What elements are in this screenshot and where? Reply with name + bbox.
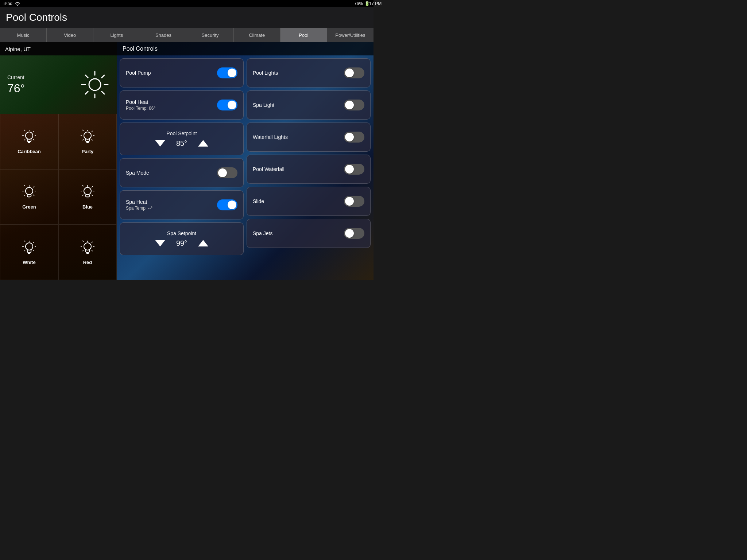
svg-line-23 (92, 131, 93, 132)
title-bar: Pool Controls (0, 7, 374, 28)
pool-waterfall-toggle[interactable] (344, 164, 364, 175)
tab-music[interactable]: Music (0, 28, 47, 42)
spa-heat-toggle-knob (228, 201, 236, 209)
pool-heat-toggle[interactable] (217, 100, 237, 110)
light-btn-blue[interactable]: Blue (58, 169, 117, 225)
pool-controls-header: Pool Controls (117, 42, 374, 55)
tab-video[interactable]: Video (47, 28, 93, 42)
svg-line-55 (24, 241, 25, 242)
spa-mode-label: Spa Mode (126, 170, 149, 176)
pool-setpoint-card: Pool Setpoint 85° (120, 122, 244, 155)
svg-line-33 (33, 186, 34, 187)
spa-mode-row: Spa Mode (126, 167, 237, 178)
weather-section: Current 76° (0, 55, 117, 114)
svg-line-38 (24, 195, 25, 196)
spa-setpoint-up-btn[interactable] (198, 240, 208, 246)
slide-row: Slide (253, 196, 364, 207)
pool-lights-card: Pool Lights (247, 58, 371, 88)
spa-heat-info: Spa Heat Spa Temp: --° (126, 199, 152, 211)
spa-jets-row: Spa Jets (253, 228, 364, 239)
pool-setpoint-down-btn[interactable] (155, 140, 165, 147)
pool-pump-toggle[interactable] (217, 67, 237, 78)
light-label-party: Party (82, 149, 94, 154)
spa-heat-row: Spa Heat Spa Temp: --° (126, 199, 237, 211)
waterfall-lights-toggle-knob (345, 133, 354, 141)
svg-line-53 (33, 242, 34, 243)
battery-percent: 76% (354, 1, 363, 6)
svg-point-29 (26, 187, 33, 195)
spa-heat-subtitle: Spa Temp: --° (126, 206, 152, 211)
light-label-red: Red (83, 260, 92, 265)
spa-mode-toggle-knob (218, 168, 227, 177)
status-left: iPad (4, 1, 20, 6)
svg-line-18 (24, 139, 25, 140)
svg-line-7 (102, 75, 104, 78)
pool-controls-title: Pool Controls (123, 46, 158, 52)
light-btn-caribbean[interactable]: Caribbean (0, 114, 58, 169)
pool-pump-row: Pool Pump (126, 67, 237, 78)
pool-waterfall-card: Pool Waterfall (247, 155, 371, 184)
spa-jets-toggle-knob (345, 229, 354, 238)
svg-line-25 (82, 130, 84, 131)
tab-lights[interactable]: Lights (93, 28, 140, 42)
svg-line-17 (33, 139, 34, 140)
spa-setpoint-down-btn[interactable] (155, 240, 165, 246)
pool-heat-toggle-knob (228, 101, 236, 109)
svg-line-63 (92, 242, 93, 243)
spa-jets-toggle[interactable] (344, 228, 364, 239)
light-btn-white[interactable]: White (0, 225, 58, 280)
light-btn-red[interactable]: Red (58, 225, 117, 280)
status-bar: iPad 1:17 PM 76% 🔋 (0, 0, 374, 7)
light-label-green: Green (22, 204, 36, 210)
location-bar: Alpine, UT (0, 42, 117, 55)
svg-line-35 (24, 185, 25, 186)
status-time: 1:17 PM (365, 1, 374, 6)
pool-heat-row: Pool Heat Pool Temp: 86° (126, 99, 237, 111)
wifi-icon (15, 1, 20, 6)
tab-shades[interactable]: Shades (140, 28, 187, 42)
tab-security[interactable]: Security (187, 28, 234, 42)
light-btn-party[interactable]: Party (58, 114, 117, 169)
pool-setpoint-up-btn[interactable] (198, 140, 208, 147)
slide-label: Slide (253, 198, 264, 204)
slide-toggle[interactable] (344, 196, 364, 207)
pool-heat-label: Pool Heat (126, 99, 155, 105)
svg-line-5 (85, 75, 88, 78)
spa-mode-toggle[interactable] (217, 167, 237, 178)
pool-lights-label: Pool Lights (253, 70, 278, 76)
pool-lights-row: Pool Lights (253, 67, 364, 78)
pool-waterfall-toggle-knob (345, 165, 354, 174)
svg-point-0 (89, 79, 101, 90)
bulb-icon-red (79, 240, 96, 257)
svg-line-6 (102, 92, 104, 94)
weather-temp: 76° (7, 82, 25, 95)
pool-lights-toggle[interactable] (344, 67, 364, 78)
pool-setpoint-controls: 85° (155, 139, 208, 148)
tab-power-utilities[interactable]: Power/Utilities (327, 28, 374, 42)
waterfall-lights-toggle[interactable] (344, 132, 364, 143)
pool-pump-card: Pool Pump (120, 58, 244, 88)
pool-pump-toggle-knob (228, 69, 236, 77)
spa-heat-toggle[interactable] (217, 199, 237, 210)
pool-waterfall-row: Pool Waterfall (253, 164, 364, 175)
sun-icon (80, 70, 109, 99)
bulb-icon-white (20, 240, 38, 257)
spa-light-toggle[interactable] (344, 100, 364, 110)
svg-point-49 (26, 243, 33, 250)
tab-pool[interactable]: Pool (280, 28, 327, 42)
waterfall-lights-card: Waterfall Lights (247, 122, 371, 152)
svg-line-13 (33, 131, 34, 132)
bulb-icon-caribbean (20, 129, 38, 147)
light-label-white: White (23, 260, 35, 265)
svg-line-43 (92, 186, 93, 187)
lights-grid: Caribbean Party (0, 114, 117, 280)
svg-line-48 (82, 195, 84, 196)
tab-climate[interactable]: Climate (234, 28, 280, 42)
svg-point-9 (26, 132, 33, 139)
weather-info: Current 76° (7, 74, 25, 95)
svg-line-58 (24, 250, 25, 251)
pool-lights-toggle-knob (345, 69, 354, 77)
light-btn-green[interactable]: Green (0, 169, 58, 225)
location-text: Alpine, UT (5, 46, 31, 52)
weather-label: Current (7, 74, 25, 80)
